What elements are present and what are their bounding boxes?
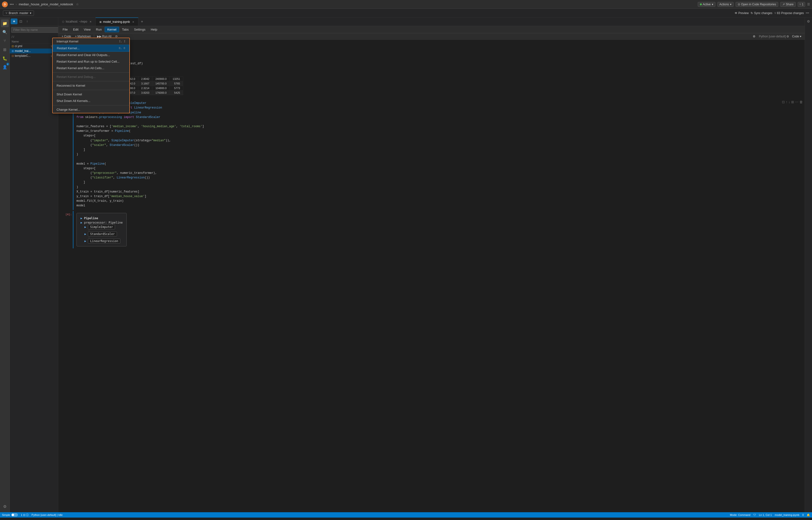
pr-badge[interactable]: ⑂ 1 — [798, 2, 805, 7]
menu-tabs[interactable]: Tabs — [120, 27, 131, 32]
activity-search[interactable]: 🔍 — [1, 28, 9, 36]
file-item-template[interactable]: ⊡ templateC... 17 m — [10, 53, 58, 58]
menu-bar: File Edit View Run Kernel Tabs Settings … — [58, 26, 805, 33]
activity-bar: 📁 🔍 ⑂ ⊞ 🐛 👤 1 ⚙ — [0, 18, 10, 512]
menu-run[interactable]: Run — [93, 27, 104, 32]
filter-input[interactable] — [11, 27, 59, 33]
upload-button[interactable]: ↑ — [24, 19, 30, 24]
notification-count: 0 — [802, 514, 804, 516]
restart-kernel-clear[interactable]: Restart Kernel and Clear All Outputs... — [53, 52, 129, 58]
template-icon: ⊡ — [12, 54, 14, 57]
tab-terminal-label: localhost: ~/repo — [66, 20, 87, 23]
menu-help[interactable]: Help — [148, 27, 160, 32]
actions-button[interactable]: Actions ▾ — [718, 2, 734, 7]
menu-edit[interactable]: Edit — [71, 27, 81, 32]
file-name-template: templateC... — [15, 54, 50, 57]
cell-type-select[interactable]: Code ▾ — [791, 34, 803, 38]
top-bar-menu-icon[interactable]: ☰ — [807, 2, 810, 6]
second-bar: ⑂ Branch master ▾ 👁 Preview ↻ Sync chang… — [0, 9, 812, 18]
menu-sep3 — [53, 90, 129, 90]
shutdown-all-kernels[interactable]: Shut Down All Kernels... — [53, 98, 129, 104]
prev-cell-code: import Dataset .get("housing_test_data")… — [74, 41, 805, 73]
status-mode: Mode: Command — [730, 514, 750, 516]
copy-cell-button[interactable]: ⊡ — [782, 100, 785, 104]
cell-4-content[interactable]: from sklearn.impute import SimpleImputer… — [74, 99, 805, 210]
branch-button[interactable]: ⑂ Branch master ▾ — [3, 10, 34, 16]
toolbar-right: ⚙ Python [user-default] — [751, 34, 789, 38]
status-dot — [700, 3, 702, 5]
reconnect-kernel[interactable]: Reconnect to Kernel — [53, 82, 129, 89]
right-settings-icon[interactable]: ⚙ — [807, 20, 810, 23]
menu-kernel[interactable]: Kernel — [105, 27, 119, 32]
notebook-title: median_house_price_model_notebook — [19, 2, 73, 6]
save-cell-button[interactable]: ⊞ — [791, 100, 794, 104]
open-repo-button[interactable]: ⊙ Open in Code Repositories — [735, 2, 778, 7]
prev-cell-content[interactable]: import Dataset .get("housing_test_data")… — [74, 41, 805, 73]
path-separator: › — [16, 2, 17, 6]
menu-view[interactable]: View — [81, 27, 93, 32]
share-icon: ↗ — [782, 3, 785, 6]
activity-users[interactable]: 👤 1 — [1, 63, 9, 71]
simple-mode-toggle[interactable]: Simple — [2, 513, 18, 517]
prev-cell: import Dataset .get("housing_test_data")… — [58, 41, 805, 73]
move-up-button[interactable]: ↑ — [786, 100, 787, 104]
settings-icon[interactable]: ⚙ — [751, 34, 757, 38]
add-tab-button[interactable]: + — [138, 18, 145, 26]
second-bar-dots[interactable]: ••• — [806, 11, 809, 15]
activity-git[interactable]: ⑂ — [1, 37, 9, 45]
status-line-info: 1 ⊡ ⓘ — [21, 513, 29, 517]
activity-extensions[interactable]: ⊞ — [1, 46, 9, 53]
toggle-track[interactable] — [11, 513, 18, 517]
add-file-button[interactable]: + — [11, 19, 18, 24]
menu-file[interactable]: File — [60, 27, 70, 32]
status-badge[interactable]: Active ▾ — [698, 2, 715, 7]
shutdown-kernel[interactable]: Shut Down Kernel — [53, 91, 129, 98]
file-item-model[interactable]: ⊞ model_trai... s — [10, 49, 58, 53]
menu-sep2 — [53, 81, 129, 81]
pipeline-output: ▶ Pipeline ▶ preprocessor: Pipeline ▶ Si… — [77, 213, 127, 246]
propose-button[interactable]: ⑂ 83 Propose changes — [775, 11, 804, 15]
share-button[interactable]: ↗ Share — [780, 2, 796, 7]
more-options-dots[interactable]: ••• — [10, 2, 14, 6]
file-list: ⊡ ci.yml 17 m ⊞ model_trai... s ⊡ templa… — [10, 44, 58, 512]
tab-terminal[interactable]: ⬡ localhost: ~/repo ✕ — [58, 18, 96, 26]
cell-4-actions: ⊡ ↑ ↓ ⊞ ⋯ 🗑 — [782, 100, 803, 104]
file-name-model: model_trai... — [15, 49, 53, 53]
bell-icon[interactable]: 🔔 — [807, 514, 810, 517]
move-down-button[interactable]: ↓ — [788, 100, 790, 104]
tab-bar: ⬡ localhost: ~/repo ✕ ⊞ model_training.i… — [58, 18, 805, 26]
more-cell-button[interactable]: ⋯ — [795, 100, 799, 104]
activity-debug[interactable]: 🐛 — [1, 54, 9, 62]
file-item-ci[interactable]: ⊡ ci.yml 17 m — [10, 44, 58, 49]
file-list-header: Name La — [10, 40, 58, 44]
second-bar-right: 👁 Preview ↻ Sync changes ⑂ 83 Propose ch… — [735, 11, 809, 15]
change-kernel[interactable]: Change Kernel... — [53, 106, 129, 113]
star-icon[interactable]: ☆ — [76, 2, 79, 6]
restart-run-selected[interactable]: Restart Kernel and Run up to Selected Ce… — [53, 58, 129, 65]
menu-settings[interactable]: Settings — [132, 27, 148, 32]
status-label: Active — [703, 3, 711, 6]
interrupt-kernel[interactable]: Interrupt Kernel I, I — [53, 38, 129, 45]
tab-notebook[interactable]: ⊞ model_training.ipynb ✕ — [96, 18, 138, 26]
restart-run-all[interactable]: Restart Kernel and Run All Cells... — [53, 65, 129, 71]
editor-area: ⬡ localhost: ~/repo ✕ ⊞ model_training.i… — [58, 18, 805, 512]
branch-chevron: ▾ — [30, 11, 31, 15]
activity-files[interactable]: 📁 — [1, 20, 9, 27]
cell-4-gutter: [4]: — [58, 99, 73, 210]
propose-icon: ⑂ — [775, 11, 776, 15]
tab-notebook-close[interactable]: ✕ — [132, 21, 134, 23]
restart-kernel[interactable]: Restart Kernel... 0, 0 — [53, 45, 129, 52]
new-folder-button[interactable]: ⊡ — [18, 19, 24, 24]
cell-4: [4]: from sklearn.impute import SimpleIm… — [58, 99, 805, 210]
tab-terminal-close[interactable]: ✕ — [89, 20, 91, 23]
activity-settings[interactable]: ⚙ — [1, 502, 9, 510]
kernel-dot — [787, 35, 789, 37]
status-bar: Simple 1 ⊡ ⓘ Python [user-default] | Idl… — [0, 512, 812, 518]
tab-notebook-label: model_training.ipynb — [103, 20, 130, 24]
kernel-dropdown-menu: Interrupt Kernel I, I Restart Kernel... … — [52, 37, 130, 113]
preview-button[interactable]: 👁 Preview — [735, 11, 749, 15]
yaml-icon: ⊡ — [12, 45, 14, 48]
delete-cell-button[interactable]: 🗑 — [800, 100, 803, 104]
sync-button[interactable]: ↻ Sync changes — [751, 11, 772, 15]
restart-debug: Restart Kernel and Debug... — [53, 74, 129, 80]
